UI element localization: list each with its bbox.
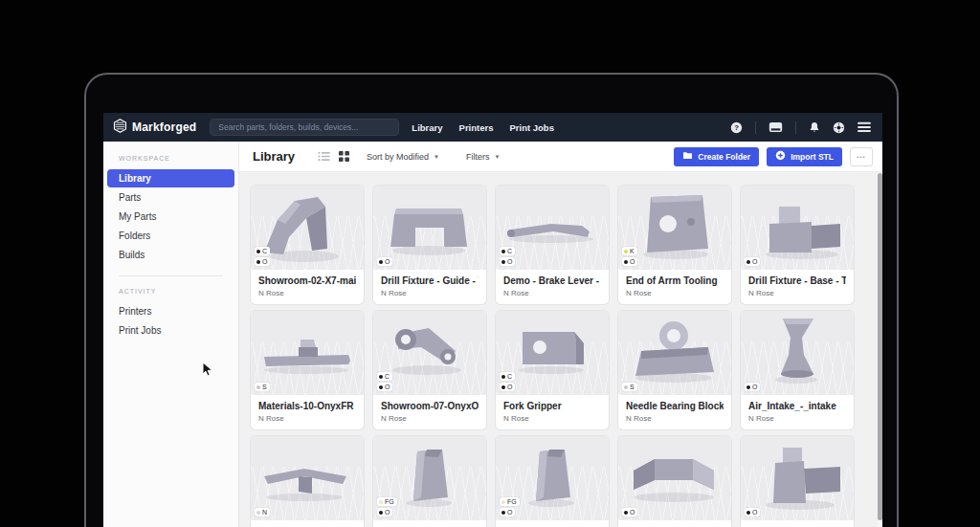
- filters-dropdown[interactable]: Filters ▼: [466, 152, 500, 162]
- part-name: Needle Bearing Block v16...: [626, 401, 724, 411]
- part-card[interactable]: S Materials-10-OnyxFR N Rose: [251, 311, 364, 429]
- part-card[interactable]: O: [741, 436, 854, 527]
- part-label: [251, 520, 364, 526]
- material-dot: [624, 260, 628, 264]
- part-label: Air_Intake_-_intake N Rose: [741, 395, 854, 423]
- material-badges: CO: [500, 247, 515, 266]
- part-name: Materials-10-OnyxFR: [258, 401, 356, 411]
- laptop-frame: Markforged LibraryPrintersPrint Jobs ? W…: [84, 73, 899, 527]
- sidebar-item-builds[interactable]: Builds: [107, 246, 234, 264]
- material-badge-o: O: [255, 257, 270, 266]
- part-label: [618, 520, 731, 526]
- part-label: [741, 520, 854, 526]
- material-badges: CO: [377, 372, 392, 391]
- menu-icon[interactable]: [858, 121, 871, 133]
- part-thumbnail: O: [741, 186, 854, 270]
- part-label: Materials-10-OnyxFR N Rose: [251, 395, 364, 423]
- sidebar-item-library[interactable]: Library: [107, 169, 234, 187]
- sidebar-item-print-jobs[interactable]: Print Jobs: [107, 321, 234, 340]
- nav-divider: [795, 121, 796, 134]
- material-dot: [746, 385, 750, 389]
- material-badge-o: O: [745, 508, 760, 516]
- material-badge-o: O: [377, 383, 392, 391]
- part-thumbnail: CO: [251, 186, 364, 270]
- scrollbar[interactable]: [878, 173, 882, 527]
- part-card[interactable]: N: [251, 436, 364, 527]
- create-folder-button[interactable]: Create Folder: [674, 147, 759, 166]
- material-dot: [501, 375, 505, 379]
- part-card[interactable]: CO Showroom-02-X7-main (1) N Rose: [251, 186, 364, 304]
- material-badge-c: C: [255, 247, 270, 255]
- background: Markforged LibraryPrintersPrint Jobs ? W…: [0, 0, 980, 527]
- search-input[interactable]: [210, 119, 399, 136]
- part-card[interactable]: S Needle Bearing Block v16... N Rose: [618, 311, 731, 429]
- brand[interactable]: Markforged: [113, 119, 196, 137]
- part-thumbnail: S: [618, 311, 731, 395]
- list-view-icon[interactable]: [318, 151, 330, 162]
- part-card[interactable]: FGO: [373, 436, 486, 527]
- sidebar: WORKSPACELibraryPartsMy PartsFoldersBuil…: [103, 142, 239, 527]
- material-badge-o: O: [500, 257, 515, 266]
- material-badge-s: S: [255, 383, 270, 391]
- part-label: [496, 520, 609, 526]
- part-card[interactable]: FGO: [496, 436, 609, 527]
- toolbar-actions: Create Folder Import STL: [674, 147, 873, 166]
- material-badges: FGO: [500, 497, 520, 516]
- sidebar-item-parts[interactable]: Parts: [107, 188, 234, 207]
- part-label: Showroom-02-X7-main (1) N Rose: [251, 270, 364, 297]
- material-badges: N: [255, 508, 270, 516]
- material-dot: [256, 260, 260, 264]
- part-card[interactable]: O Drill Fixture - Base - Turb... N Rose: [741, 186, 854, 304]
- part-thumbnail: KO: [618, 186, 731, 270]
- sidebar-item-my-parts[interactable]: My Parts: [107, 208, 234, 226]
- top-navbar: Markforged LibraryPrintersPrint Jobs ?: [103, 113, 882, 142]
- part-card[interactable]: O Air_Intake_-_intake N Rose: [741, 311, 854, 429]
- settings-icon[interactable]: [833, 121, 845, 134]
- part-card[interactable]: O: [618, 436, 731, 527]
- part-card[interactable]: CO Demo - Brake Lever - On... N Rose: [496, 186, 609, 304]
- help-icon[interactable]: ?: [730, 121, 743, 134]
- material-dot: [379, 385, 383, 389]
- part-card[interactable]: KO End of Arrm Tooling N Rose: [618, 186, 731, 304]
- material-dot: [624, 385, 628, 389]
- scrollbar-thumb[interactable]: [878, 173, 882, 520]
- material-badges: O: [377, 257, 392, 266]
- part-label: Drill Fixture - Guide - Tur... N Rose: [373, 270, 486, 297]
- part-card[interactable]: CO Fork Gripper N Rose: [496, 311, 609, 429]
- part-thumbnail: CO: [373, 311, 486, 395]
- material-badges: S: [622, 383, 637, 391]
- part-thumbnail: FGO: [496, 436, 609, 520]
- part-label: Fork Gripper N Rose: [496, 395, 609, 423]
- import-stl-button[interactable]: Import STL: [767, 147, 842, 166]
- sidebar-item-folders[interactable]: Folders: [107, 227, 234, 245]
- material-badge-k: K: [622, 247, 637, 255]
- sort-dropdown[interactable]: Sort by Modified ▼: [367, 152, 439, 162]
- grid-view-icon[interactable]: [339, 151, 349, 162]
- bell-icon[interactable]: [809, 121, 820, 133]
- part-owner: N Rose: [381, 414, 479, 423]
- part-card[interactable]: O Drill Fixture - Guide - Tur... N Rose: [373, 186, 486, 304]
- part-thumbnail: CO: [496, 311, 609, 395]
- display-icon[interactable]: [768, 121, 783, 133]
- part-card[interactable]: CO Showroom-07-OnyxOne N Rose: [373, 311, 486, 429]
- material-badge-o: O: [745, 383, 760, 391]
- part-owner: N Rose: [258, 414, 356, 423]
- sidebar-item-printers[interactable]: Printers: [107, 302, 234, 320]
- part-label: Needle Bearing Block v16... N Rose: [618, 395, 731, 423]
- material-dot: [379, 500, 383, 504]
- material-badge-c: C: [500, 372, 515, 381]
- part-thumbnail: O: [741, 436, 854, 520]
- more-actions-button[interactable]: •••: [850, 147, 873, 166]
- material-dot: [624, 250, 628, 253]
- nav-link-library[interactable]: Library: [412, 122, 442, 133]
- nav-link-printers[interactable]: Printers: [459, 122, 494, 133]
- material-badge-fg: FG: [377, 497, 397, 506]
- material-badge-o: O: [500, 508, 515, 516]
- markforged-logo-icon: [113, 119, 127, 137]
- part-label: End of Arrm Tooling N Rose: [618, 270, 731, 297]
- material-dot: [501, 500, 505, 504]
- nav-links: LibraryPrintersPrint Jobs: [412, 122, 554, 133]
- nav-icons: ?: [730, 121, 871, 134]
- brand-name: Markforged: [132, 121, 196, 134]
- nav-link-print-jobs[interactable]: Print Jobs: [509, 122, 553, 133]
